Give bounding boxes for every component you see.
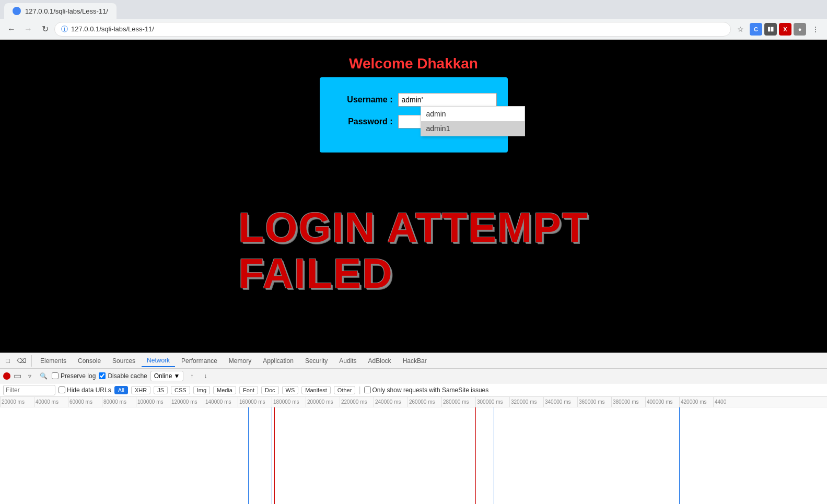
disable-cache-label[interactable]: Disable cache [99,372,147,380]
filter-img[interactable]: Img [193,386,210,394]
upload-download-group: ↑ ↓ [187,371,211,381]
clear-button[interactable]: ▭ [14,371,21,381]
lock-icon: ⓘ [61,25,68,34]
timeline-marker-blue1 [248,407,249,504]
address-bar[interactable]: ⓘ 127.0.0.1/sqli-labs/Less-11/ [54,22,731,37]
record-button[interactable] [3,372,10,380]
tab-memory[interactable]: Memory [224,355,257,367]
filter-all[interactable]: All [114,386,128,394]
tick-300000: 300000 ms [475,397,509,407]
tab-application[interactable]: Application [258,355,299,367]
tab-network[interactable]: Network [142,355,175,367]
hide-data-urls-label[interactable]: Hide data URLs [59,386,111,394]
disable-cache-checkbox[interactable] [99,372,106,379]
filter-divider: | [358,385,360,395]
browser-chrome: 127.0.0.1/sqli-labs/Less-11/ ← → ↻ ⓘ 127… [0,0,827,40]
timeline-marker-blue4 [679,407,680,504]
devtools-icon-group: □ ⌫ [2,355,32,367]
samesite-label[interactable]: Only show requests with SameSite issues [364,386,489,394]
tick-400000: 400000 ms [645,397,679,407]
online-button[interactable]: Online ▼ [150,371,184,381]
ext2-icon: X [779,23,791,36]
filter-icon-btn[interactable]: ▿ [25,371,35,381]
forward-button[interactable]: → [21,22,36,37]
login-failed-line2: FAILED [238,251,588,297]
devtools-panel: □ ⌫ Elements Console Sources Network Per… [0,353,827,504]
bookmark-button[interactable]: ☆ [733,22,748,37]
tab-favicon [13,7,21,15]
autocomplete-dropdown: admin admin1 [421,106,525,136]
tick-100000: 100000 ms [136,397,170,407]
tick-320000: 320000 ms [509,397,543,407]
search-icon-btn[interactable]: 🔍 [38,371,49,381]
timeline-marker-red2 [475,407,476,504]
login-failed-text: LOGIN ATTEMPT FAILED [238,205,588,297]
online-label: Online [154,372,172,380]
error-section: LOGIN ATTEMPT FAILED [0,205,827,297]
filter-ws[interactable]: WS [282,386,299,394]
back-button[interactable]: ← [4,22,19,37]
download-button[interactable]: ↓ [200,371,211,381]
tab-adblock[interactable]: AdBlock [363,355,397,367]
filter-xhr[interactable]: XHR [131,386,150,394]
tick-380000: 380000 ms [611,397,645,407]
timeline-ruler: 20000 ms 40000 ms 60000 ms 80000 ms 1000… [0,397,827,407]
filter-manifest[interactable]: Manifest [301,386,331,394]
tab-performance[interactable]: Performance [176,355,223,367]
filter-input[interactable] [3,385,55,395]
hide-data-urls-checkbox[interactable] [59,386,65,393]
timeline-marker-blue3 [494,407,494,504]
filter-css[interactable]: CSS [171,386,190,394]
device-icon-btn[interactable]: ⌫ [16,355,27,367]
tab-elements[interactable]: Elements [35,355,72,367]
login-failed-line1: LOGIN ATTEMPT [238,205,588,251]
filter-js[interactable]: JS [154,386,168,394]
tick-220000: 220000 ms [340,397,374,407]
username-label: Username : [341,95,393,104]
samesite-checkbox[interactable] [364,386,371,393]
tab-security[interactable]: Security [300,355,333,367]
welcome-name: Dhakkan [417,55,478,72]
tab-title: 127.0.0.1/sqli-labs/Less-11/ [25,7,108,15]
active-tab[interactable]: 127.0.0.1/sqli-labs/Less-11/ [4,3,117,19]
username-row: Username : [341,93,487,107]
tab-console[interactable]: Console [73,355,106,367]
tab-audits[interactable]: Audits [334,355,362,367]
tab-sources[interactable]: Sources [107,355,141,367]
filter-media[interactable]: Media [213,386,236,394]
tab-bar: 127.0.0.1/sqli-labs/Less-11/ [0,0,827,19]
devtools-tabs: □ ⌫ Elements Console Sources Network Per… [0,353,827,369]
samesite-text: Only show requests with SameSite issues [372,386,489,394]
tick-260000: 260000 ms [407,397,441,407]
tick-60000: 60000 ms [68,397,102,407]
welcome-header: Welcome Dhakkan [349,55,478,72]
filter-font[interactable]: Font [239,386,258,394]
tick-80000: 80000 ms [102,397,136,407]
upload-button[interactable]: ↑ [187,371,197,381]
tick-40000: 40000 ms [34,397,68,407]
tick-240000: 240000 ms [374,397,407,407]
tick-160000: 160000 ms [238,397,272,407]
tick-200000: 200000 ms [306,397,340,407]
chrome-icon: C [750,23,762,36]
preserve-log-label[interactable]: Preserve log [52,372,96,380]
online-dropdown-icon: ▼ [173,372,180,380]
main-content: Welcome Dhakkan Username : Password : ad… [0,40,827,358]
filter-bar: Hide data URLs All XHR JS CSS Img Media … [0,383,827,397]
preserve-log-checkbox[interactable] [52,372,59,379]
username-input[interactable] [398,93,497,107]
reload-button[interactable]: ↻ [38,22,52,37]
filter-doc[interactable]: Doc [261,386,279,394]
welcome-section: Welcome Dhakkan [0,40,827,72]
menu-button[interactable]: ⋮ [808,22,823,37]
autocomplete-item-admin1[interactable]: admin1 [421,121,525,136]
tick-140000: 140000 ms [204,397,238,407]
tick-180000: 180000 ms [272,397,306,407]
tab-hackbar[interactable]: HackBar [398,355,432,367]
timeline-body [0,407,827,504]
tick-360000: 360000 ms [577,397,611,407]
autocomplete-item-admin[interactable]: admin [421,107,525,121]
inspect-icon-btn[interactable]: □ [2,355,14,367]
timeline-marker-red1 [274,407,275,504]
filter-other[interactable]: Other [334,386,356,394]
